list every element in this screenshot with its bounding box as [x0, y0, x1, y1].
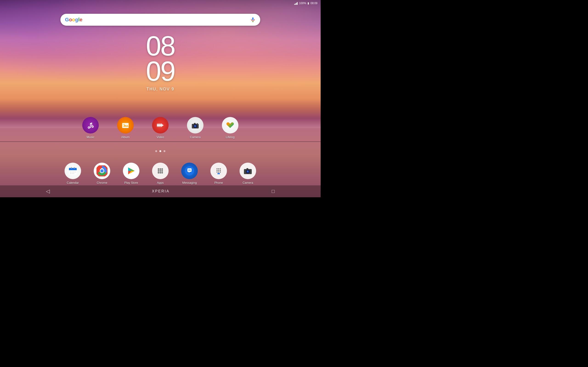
- battery-percent: 100%: [299, 2, 306, 5]
- messaging-label: Messaging: [182, 181, 197, 184]
- search-bar[interactable]: Google: [61, 14, 260, 26]
- music-label: Music: [86, 135, 95, 139]
- svg-rect-36: [70, 172, 71, 173]
- svg-point-73: [218, 172, 219, 173]
- app-playstore[interactable]: Play Store: [123, 163, 139, 184]
- svg-rect-23: [160, 126, 160, 127]
- svg-point-6: [92, 126, 93, 127]
- svg-point-61: [162, 172, 163, 174]
- app-calendar[interactable]: Calendar: [65, 163, 81, 184]
- svg-point-57: [160, 170, 161, 172]
- svg-rect-41: [72, 173, 73, 174]
- album-icon: [117, 117, 134, 133]
- svg-point-67: [218, 168, 219, 169]
- page-dot-3[interactable]: [164, 150, 165, 152]
- mic-icon[interactable]: [250, 17, 256, 23]
- app-messaging[interactable]: Messaging: [181, 163, 198, 184]
- clock-container: 08 09 THU, NOV 9: [146, 32, 174, 92]
- svg-point-65: [190, 170, 191, 171]
- back-button[interactable]: ◁: [46, 188, 50, 194]
- dock: Calendar Chrome: [65, 163, 256, 184]
- svg-rect-24: [161, 126, 161, 127]
- brand-label: XPERIA: [152, 189, 170, 193]
- music-icon: [82, 117, 99, 133]
- app-video[interactable]: Video: [152, 117, 169, 139]
- svg-point-30: [195, 125, 195, 126]
- svg-marker-14: [162, 124, 164, 126]
- svg-point-66: [216, 168, 218, 169]
- horizon-line: [0, 141, 321, 142]
- phone-label: Phone: [214, 181, 223, 184]
- status-bar: 100% ▮ 08:09: [0, 0, 321, 6]
- svg-rect-43: [71, 167, 72, 169]
- page-dot-1[interactable]: [155, 150, 157, 152]
- lifelog-icon: [222, 117, 238, 133]
- app-apps[interactable]: Apps: [152, 163, 169, 184]
- app-chrome[interactable]: Chrome: [94, 163, 110, 184]
- camera-home-icon: [187, 117, 204, 133]
- home-icons: Music Album: [82, 117, 238, 139]
- album-label: Album: [121, 135, 130, 139]
- camera-dock-icon: [240, 163, 256, 179]
- svg-point-47: [100, 169, 104, 173]
- lifelog-label: Lifelog: [226, 135, 234, 139]
- svg-point-56: [158, 170, 159, 172]
- calendar-icon: [65, 163, 81, 179]
- apps-label: Apps: [157, 181, 164, 184]
- app-lifelog[interactable]: Lifelog: [222, 117, 238, 139]
- app-camera-dock[interactable]: Camera: [240, 163, 256, 184]
- svg-rect-44: [74, 167, 75, 169]
- svg-point-70: [218, 170, 219, 171]
- svg-rect-15: [157, 123, 157, 124]
- svg-rect-39: [75, 172, 76, 173]
- google-logo: Google: [65, 17, 82, 23]
- page-dot-2[interactable]: [159, 150, 161, 152]
- app-music[interactable]: Music: [82, 117, 99, 139]
- svg-rect-31: [194, 123, 196, 124]
- svg-rect-35: [69, 169, 77, 170]
- camera-dock-label: Camera: [242, 181, 253, 184]
- signal-bar-3: [296, 3, 297, 5]
- svg-point-74: [220, 172, 221, 173]
- video-label: Video: [156, 135, 164, 139]
- svg-point-55: [162, 168, 163, 170]
- signal-icon: [294, 2, 298, 5]
- recents-button[interactable]: □: [272, 188, 275, 194]
- svg-rect-9: [90, 123, 92, 124]
- svg-point-80: [247, 171, 248, 172]
- nav-bar: ◁ XPERIA □: [0, 185, 321, 197]
- svg-point-64: [189, 170, 190, 171]
- svg-rect-19: [161, 123, 161, 124]
- svg-point-58: [162, 170, 163, 172]
- camera-home-label: Camera: [190, 135, 200, 139]
- clock-minute: 09: [146, 57, 174, 85]
- chrome-icon: [94, 163, 110, 179]
- svg-rect-40: [70, 173, 71, 174]
- svg-rect-32: [197, 123, 198, 124]
- svg-rect-0: [252, 17, 254, 20]
- clock-date: THU, NOV 9: [146, 87, 174, 92]
- svg-rect-22: [159, 126, 159, 127]
- signal-bar-4: [297, 2, 298, 5]
- svg-rect-16: [158, 123, 158, 124]
- svg-rect-81: [246, 168, 248, 169]
- playstore-label: Play Store: [124, 181, 138, 184]
- phone-icon: [210, 163, 227, 179]
- battery-icon: ▮: [308, 2, 309, 5]
- svg-point-68: [220, 168, 221, 169]
- svg-rect-42: [73, 173, 74, 174]
- svg-point-54: [160, 168, 161, 170]
- playstore-icon: [123, 163, 139, 179]
- svg-rect-18: [160, 123, 160, 124]
- svg-point-12: [123, 124, 125, 125]
- time-display: 08:09: [311, 2, 317, 5]
- svg-point-71: [220, 170, 221, 171]
- video-icon: [152, 117, 169, 133]
- app-camera-home[interactable]: Camera: [187, 117, 204, 139]
- chrome-label: Chrome: [97, 181, 107, 184]
- app-phone[interactable]: Phone: [210, 163, 227, 184]
- apps-icon: [152, 163, 169, 179]
- svg-point-4: [88, 127, 89, 128]
- app-album[interactable]: Album: [117, 117, 134, 139]
- clock-hour: 08: [146, 32, 174, 60]
